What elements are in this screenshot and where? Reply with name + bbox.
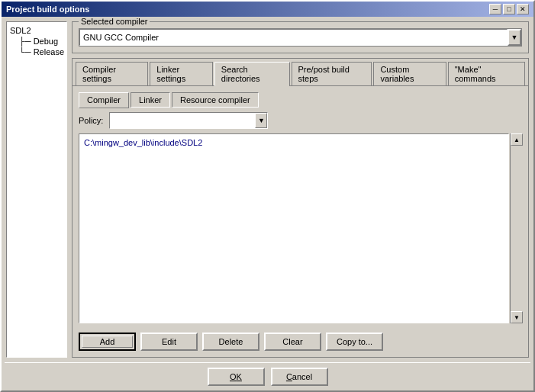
compiler-dropdown-button[interactable]: ▼ <box>508 29 521 46</box>
tree-node-release[interactable]: └─ Release <box>10 47 63 57</box>
compiler-group-label: Selected compiler <box>79 17 150 26</box>
scroll-up-button[interactable]: ▲ <box>511 133 523 146</box>
tab-prebuild-steps[interactable]: Pre/post build steps <box>292 62 372 85</box>
tab-make-commands[interactable]: "Make" commands <box>448 62 525 85</box>
delete-button-label: Delete <box>219 337 243 346</box>
dir-list[interactable]: C:\mingw_dev_lib\include\SDL2 <box>79 133 509 323</box>
cancel-button[interactable]: Cancel <box>271 368 328 386</box>
compiler-row: GNU GCC Compiler ▼ <box>79 28 522 47</box>
copy-to-button-label: Copy to... <box>337 337 372 346</box>
window-controls: ─ □ ✕ <box>489 4 529 14</box>
tree-connector: ├─ <box>19 37 31 46</box>
edit-button[interactable]: Edit <box>140 333 198 351</box>
add-button-label: Add <box>100 337 115 346</box>
policy-label: Policy: <box>79 116 103 125</box>
tab-linker-settings[interactable]: Linker settings <box>150 62 213 85</box>
delete-button[interactable]: Delete <box>202 333 259 351</box>
compiler-select[interactable]: GNU GCC Compiler <box>79 29 508 46</box>
sub-tab-linker-label: Linker <box>139 95 162 104</box>
main-tab-bar: Compiler settings Linker settings Search… <box>73 59 528 85</box>
tab-search-directories[interactable]: Search directories <box>214 62 290 86</box>
scrollbar: ▲ ▼ <box>510 133 522 323</box>
action-buttons-row: Add Edit Delete Clear Copy to... <box>79 328 522 351</box>
copy-to-button[interactable]: Copy to... <box>326 333 383 351</box>
minimize-button[interactable]: ─ <box>489 4 501 14</box>
policy-select-wrapper: ▼ <box>109 112 268 129</box>
dir-entry-0-text: C:\mingw_dev_lib\include\SDL2 <box>84 138 202 147</box>
tab-custom-variables-label: Custom variables <box>380 65 414 83</box>
policy-row: Policy: ▼ <box>79 112 522 129</box>
policy-dropdown-arrow: ▼ <box>258 117 265 124</box>
dir-list-container: C:\mingw_dev_lib\include\SDL2 ▲ ▼ <box>79 133 522 323</box>
window-body: SDL2 ├─ Debug └─ Release Selected compil… <box>2 17 533 362</box>
restore-button[interactable]: □ <box>503 4 515 14</box>
tab-compiler-settings-label: Compiler settings <box>82 65 116 83</box>
sub-tab-compiler-label: Compiler <box>87 95 121 104</box>
sub-tab-linker[interactable]: Linker <box>131 92 170 108</box>
sub-tab-compiler[interactable]: Compiler <box>79 92 129 108</box>
clear-button[interactable]: Clear <box>264 333 321 351</box>
content-area: Selected compiler GNU GCC Compiler ▼ <box>72 21 529 358</box>
compiler-group: Selected compiler GNU GCC Compiler ▼ <box>72 21 529 53</box>
dialog-buttons: OK Cancel <box>2 363 533 390</box>
policy-dropdown-button[interactable]: ▼ <box>255 113 267 128</box>
tree-node-release-label: Release <box>34 47 64 56</box>
clear-button-label: Clear <box>282 337 302 346</box>
scroll-down-arrow: ▼ <box>514 314 520 321</box>
tab-make-commands-label: "Make" commands <box>455 65 496 83</box>
sub-tab-resource-compiler-label: Resource compiler <box>180 95 250 104</box>
tab-linker-settings-label: Linker settings <box>156 65 185 83</box>
tree-node-sdl2-label: SDL2 <box>10 26 31 35</box>
main-tabs-container: Compiler settings Linker settings Search… <box>72 58 529 358</box>
tree-panel: SDL2 ├─ Debug └─ Release <box>6 21 67 358</box>
compiler-dropdown-arrow: ▼ <box>511 34 518 41</box>
tree-node-sdl2[interactable]: SDL2 <box>10 25 63 36</box>
title-bar: Project build options ─ □ ✕ <box>2 2 533 17</box>
tab-compiler-settings[interactable]: Compiler settings <box>76 62 148 85</box>
tab-custom-variables[interactable]: Custom variables <box>373 62 446 85</box>
tab-prebuild-steps-label: Pre/post build steps <box>298 65 350 83</box>
add-button[interactable]: Add <box>79 333 136 351</box>
tab-content: Compiler Linker Resource compiler Policy… <box>73 85 528 357</box>
tree-node-debug[interactable]: ├─ Debug <box>10 36 63 47</box>
edit-button-label: Edit <box>162 337 176 346</box>
scroll-track[interactable] <box>511 146 522 311</box>
scroll-up-arrow: ▲ <box>514 137 520 143</box>
policy-select[interactable] <box>110 113 255 128</box>
close-button[interactable]: ✕ <box>517 4 529 14</box>
tab-search-directories-label: Search directories <box>221 65 260 83</box>
tree-connector-last: └─ <box>19 47 31 56</box>
ok-button[interactable]: OK <box>208 368 265 386</box>
sub-tab-resource-compiler[interactable]: Resource compiler <box>172 92 259 108</box>
dir-entry-0[interactable]: C:\mingw_dev_lib\include\SDL2 <box>82 137 505 148</box>
scroll-down-button[interactable]: ▼ <box>511 311 523 323</box>
ok-button-label: OK <box>230 372 242 381</box>
tree-node-debug-label: Debug <box>34 37 58 46</box>
cancel-button-label: Cancel <box>286 372 312 381</box>
compiler-value: GNU GCC Compiler <box>83 33 159 42</box>
window-title: Project build options <box>6 5 89 14</box>
sub-tab-bar: Compiler Linker Resource compiler <box>79 92 522 108</box>
main-window: Project build options ─ □ ✕ SDL2 ├─ Debu… <box>0 0 535 392</box>
